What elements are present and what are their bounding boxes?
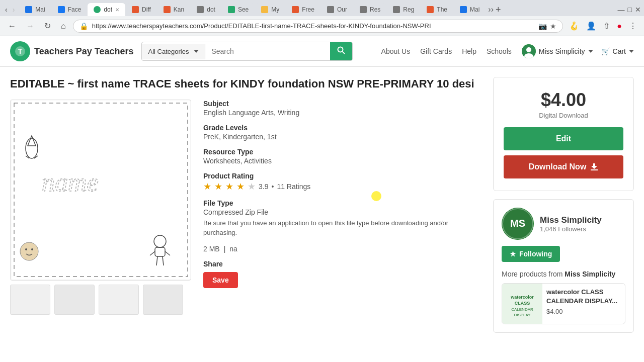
svg-point-8 <box>26 138 38 158</box>
filetype-group: File Type Compressed Zip File Be sure th… <box>203 199 481 238</box>
digital-label: Digital Download <box>504 112 623 119</box>
related-product-image: watercolor CLASS CALENDAR DISPLAY <box>502 284 542 324</box>
seller-card: MS Miss Simplicity 1,046 Followers ★ Fol… <box>493 199 634 333</box>
filetype-value: Compressed Zip File <box>203 208 481 216</box>
browser-tab-see[interactable]: See <box>222 3 255 16</box>
thumbnail-4[interactable] <box>143 285 183 315</box>
browser-tab-my[interactable]: My <box>255 3 285 16</box>
related-product-title: watercolor CLASS CALENDAR DISPLAY... <box>546 288 621 306</box>
subject-group: Subject English Language Arts, Writing <box>203 100 481 117</box>
home-btn[interactable]: ⌂ <box>58 20 69 33</box>
rating-score: 3.9 <box>259 183 268 191</box>
browser-tab-facebook[interactable]: Face <box>52 3 88 16</box>
download-button[interactable]: Download Now <box>504 155 623 178</box>
nav-gift-cards[interactable]: Gift Cards <box>420 47 452 55</box>
nav-about[interactable]: About Us <box>381 47 411 55</box>
svg-line-15 <box>165 251 170 255</box>
user-name: Miss Simplicity <box>539 47 585 55</box>
browser-tab-tpt[interactable]: dot ✕ <box>88 3 125 16</box>
browser-tab-res[interactable]: Res <box>354 3 386 16</box>
pinterest-btn[interactable]: ● <box>615 20 624 33</box>
reload-btn[interactable]: ↻ <box>41 19 54 33</box>
grade-value: PreK, Kindergarten, 1st <box>203 133 481 141</box>
tpt-logo-icon: T <box>10 41 30 61</box>
svg-text:MS: MS <box>510 218 525 229</box>
nav-schools[interactable]: Schools <box>487 47 512 55</box>
file-separator: | <box>224 245 226 253</box>
following-star-icon: ★ <box>510 250 516 258</box>
browser-tab-free[interactable]: Free <box>286 3 320 16</box>
user-menu-btn[interactable]: Miss Simplicity <box>522 44 593 58</box>
rating-count: 11 Ratings <box>277 183 310 191</box>
search-input[interactable] <box>205 43 330 59</box>
svg-point-19 <box>20 242 38 260</box>
tab-back-btn[interactable]: ‹ <box>3 4 10 16</box>
svg-point-12 <box>154 235 166 247</box>
share-btn[interactable]: ⇧ <box>601 19 612 33</box>
browser-tab-dot2[interactable]: dot <box>191 3 221 16</box>
window-minimize-btn[interactable]: — <box>618 6 625 14</box>
seller-avatar[interactable]: MS <box>502 208 534 240</box>
svg-point-5 <box>526 47 531 52</box>
address-bar[interactable]: 🔒 https://www.teacherspayteachers.com/Pr… <box>73 20 564 33</box>
tab-forward-btn[interactable]: › <box>11 4 17 16</box>
price-box: $4.00 Digital Download Edit Download Now <box>493 77 634 191</box>
save-button[interactable]: Save <box>203 272 238 288</box>
menu-btn[interactable]: ⋮ <box>627 19 639 33</box>
star-1: ★ <box>203 181 211 192</box>
svg-rect-7 <box>14 103 188 277</box>
new-tab-btn[interactable]: + <box>496 5 501 15</box>
browser-tab-mail1[interactable]: Mai <box>19 3 51 16</box>
cart-icon: 🛒 <box>601 47 610 55</box>
related-product-info: watercolor CLASS CALENDAR DISPLAY... $4.… <box>542 284 625 324</box>
forward-btn[interactable]: → <box>23 20 37 33</box>
window-maximize-btn[interactable]: □ <box>628 6 632 14</box>
star-3: ★ <box>225 181 233 192</box>
more-label: More products from Miss Simplicity <box>502 270 625 278</box>
thumbnail-2[interactable] <box>54 285 95 315</box>
resource-value: Worksheets, Activities <box>203 157 481 165</box>
following-button[interactable]: ★ Following <box>502 246 560 262</box>
browser-tab-diff[interactable]: Diff <box>126 3 157 16</box>
thumbnail-3[interactable] <box>99 285 139 315</box>
share-label: Share <box>203 260 481 268</box>
browser-tab-reg[interactable]: Reg <box>387 3 420 16</box>
browser-tab-kan[interactable]: Kan <box>157 3 190 16</box>
browser-chrome: ‹ › Mai Face dot ✕ Diff Kan dot <box>0 0 644 36</box>
related-product-card[interactable]: watercolor CLASS CALENDAR DISPLAY waterc… <box>502 283 625 324</box>
resource-label: Resource Type <box>203 148 481 156</box>
seller-info: MS Miss Simplicity 1,046 Followers <box>502 208 625 240</box>
following-label: Following <box>519 250 552 258</box>
subject-value: English Language Arts, Writing <box>203 109 481 117</box>
product-image-col: name <box>10 100 191 315</box>
browser-tab-mail2[interactable]: Mai <box>454 3 486 16</box>
star-4: ★ <box>236 181 245 192</box>
search-area: All Categories <box>141 42 353 61</box>
browser-tab-the[interactable]: The <box>421 3 453 16</box>
screenshot-icon: 📷 <box>538 22 547 30</box>
tab-overflow-btn[interactable]: ›› <box>488 5 494 15</box>
category-dropdown[interactable]: All Categories <box>142 44 205 59</box>
svg-rect-13 <box>155 247 165 256</box>
user-avatar <box>522 44 536 58</box>
extensions-btn[interactable]: 🪝 <box>567 19 581 33</box>
nav-help[interactable]: Help <box>462 47 476 55</box>
browser-tab-our[interactable]: Our <box>321 3 353 16</box>
svg-text:name: name <box>42 168 99 197</box>
window-close-btn[interactable]: ✕ <box>635 6 641 14</box>
lock-icon: 🔒 <box>79 22 88 30</box>
back-btn[interactable]: ← <box>5 20 19 33</box>
logo-area[interactable]: T Teachers Pay Teachers <box>10 41 133 61</box>
cart-btn[interactable]: 🛒 Cart <box>601 47 634 55</box>
product-sidebar: $4.00 Digital Download Edit Download Now… <box>493 77 634 333</box>
product-main-image[interactable]: name <box>10 100 191 281</box>
page: T Teachers Pay Teachers All Categories A… <box>0 36 644 343</box>
search-button[interactable] <box>330 42 352 60</box>
stars: ★ ★ ★ ★ ★ 3.9 • 11 Ratings <box>203 181 481 192</box>
svg-point-20 <box>25 248 27 250</box>
thumbnail-1[interactable] <box>10 285 50 315</box>
profile-btn[interactable]: 👤 <box>584 19 598 33</box>
bookmark-icon[interactable]: ★ <box>550 22 556 30</box>
edit-button[interactable]: Edit <box>504 127 623 150</box>
svg-text:CALENDAR: CALENDAR <box>511 307 533 312</box>
